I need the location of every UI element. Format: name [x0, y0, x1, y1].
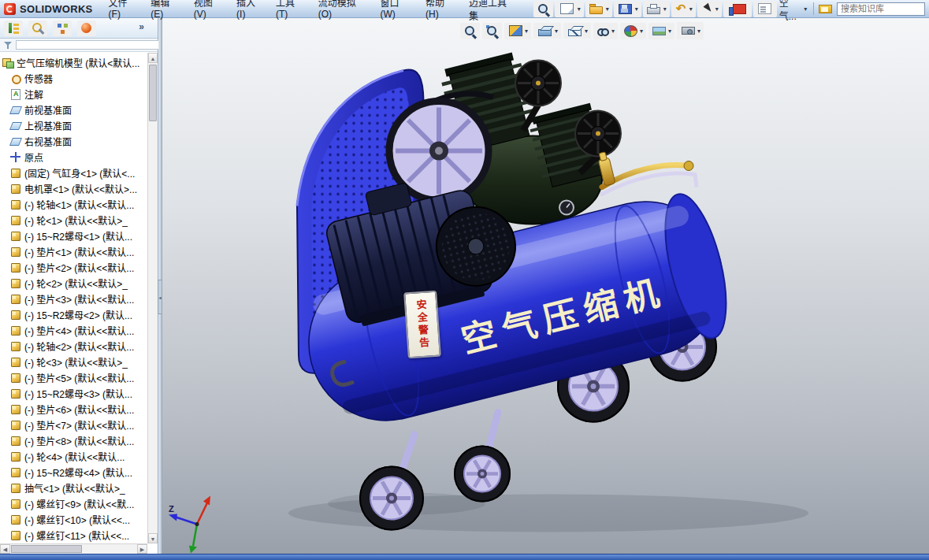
tree-item[interactable]: 传感器 — [2, 70, 147, 86]
tree-item[interactable]: 上视基准面 — [2, 117, 147, 133]
tree-filter-bar — [0, 39, 158, 52]
triad-z-label: Z — [169, 504, 174, 514]
origin-icon — [10, 152, 21, 162]
air-filter-icon — [515, 61, 561, 106]
menu-item[interactable]: 帮助(H) — [419, 0, 463, 24]
scroll-right-arrow[interactable] — [137, 544, 147, 554]
status-bar — [0, 554, 929, 560]
part-icon — [10, 325, 21, 336]
part-icon — [10, 247, 21, 257]
select-cursor-icon[interactable] — [697, 1, 722, 17]
tree-item[interactable]: (-) 垫片<7> (默认<<默认... — [2, 417, 147, 432]
tree-item[interactable]: 抽气<1> (默认<<默认>_ — [2, 480, 147, 495]
tree-item[interactable]: (-) 轮<4> (默认<<默认... — [2, 448, 147, 464]
tree-item[interactable]: (-) 螺丝钉<10> (默认<<... — [2, 511, 147, 527]
main-toolbar — [533, 1, 777, 17]
tree-item[interactable]: (-) 轮轴<2> (默认<<默认... — [2, 338, 147, 354]
tree-root-item[interactable]: 空气压缩机模型 (默认<默认... — [2, 54, 147, 70]
graphics-viewport[interactable]: 空气压缩机 — [162, 18, 929, 554]
section-view-icon[interactable] — [504, 23, 531, 39]
undo-icon[interactable] — [671, 1, 696, 17]
search-area: 空气... — [777, 0, 929, 24]
scroll-left-arrow[interactable] — [0, 544, 10, 554]
tree-item[interactable]: 注解 — [2, 86, 147, 102]
part-icon — [10, 373, 21, 383]
open-icon[interactable] — [585, 1, 612, 17]
feature-manager-tab[interactable] — [4, 20, 23, 36]
quick-search-icon[interactable] — [533, 1, 553, 17]
display-manager-tab[interactable] — [77, 20, 96, 36]
search-scope-dropdown[interactable]: 空气... — [777, 0, 809, 24]
menu-item[interactable]: 工具(T) — [269, 0, 312, 24]
panel-collapse-handle[interactable] — [158, 280, 162, 314]
menu-item[interactable]: 流动模拟(O) — [312, 0, 374, 24]
filter-input[interactable] — [16, 40, 160, 50]
part-icon — [10, 199, 21, 210]
new-document-icon[interactable] — [555, 1, 584, 17]
part-icon — [10, 231, 21, 241]
save-icon[interactable] — [614, 1, 641, 17]
view-orientation-icon[interactable] — [533, 23, 561, 39]
wheel[interactable] — [359, 466, 424, 531]
tree-horizontal-scrollbar[interactable] — [0, 543, 147, 554]
menu-item[interactable]: 编辑(E) — [144, 0, 187, 24]
configuration-manager-tab[interactable] — [53, 20, 72, 36]
scroll-down-arrow[interactable] — [148, 533, 158, 543]
handle-assembly[interactable] — [596, 151, 697, 195]
tree-item[interactable]: (-) 15~R2螺母<3> (默认... — [2, 385, 147, 401]
display-style-icon[interactable] — [563, 23, 591, 39]
toolbox-icon[interactable] — [723, 1, 752, 17]
tree-item[interactable]: (-) 轮轴<1> (默认<<默认... — [2, 196, 147, 212]
tree-item[interactable]: (-) 螺丝钉<11> (默认<<... — [2, 527, 147, 543]
tree-item[interactable]: 右视基准面 — [2, 133, 147, 149]
model-canvas[interactable]: 空气压缩机 — [162, 18, 929, 554]
menu-item[interactable]: 插入(I) — [230, 0, 269, 24]
knowledge-search-input[interactable] — [837, 2, 925, 16]
menu-item[interactable]: 迈迪工具集 — [463, 0, 521, 24]
tree-vertical-scrollbar[interactable] — [147, 53, 158, 543]
menu-bar: SOLIDWORKS 文件(F) 编辑(E) 视图(V) 插入(I) 工具(T)… — [0, 0, 929, 18]
air-filter-icon — [575, 111, 621, 157]
part-icon — [10, 357, 21, 367]
feature-tree-list: 传感器 注解 前视基准面 上视基准面 — [2, 70, 147, 543]
tree-item[interactable]: (-) 垫片<1> (默认<<默认... — [2, 243, 147, 259]
tree-item[interactable]: (-) 15~R2螺母<2> (默认... — [2, 306, 147, 322]
menu-item[interactable]: 视图(V) — [188, 0, 230, 24]
tree-item[interactable]: (-) 轮<3> (默认<<默认>_ — [2, 354, 147, 369]
feature-manager-panel: » 空气压缩机模型 (默认<默认... 传感器 注解 — [0, 18, 158, 554]
tree-item[interactable]: 原点 — [2, 149, 147, 165]
tree-item[interactable]: (-) 垫片<4> (默认<<默认... — [2, 322, 147, 338]
tree-item[interactable]: (-) 轮<2> (默认<<默认>_ — [2, 275, 147, 291]
zoom-area-icon[interactable] — [482, 23, 502, 39]
tree-item[interactable]: (-) 15~R2螺母<1> (默认... — [2, 228, 147, 243]
apply-scene-icon[interactable] — [648, 23, 674, 39]
menu-item[interactable]: 文件(F) — [102, 0, 145, 24]
tree-item[interactable]: (-) 轮<1> (默认<<默认>_ — [2, 212, 147, 228]
menu-item[interactable]: 窗口(W) — [373, 0, 419, 24]
assembly-icon — [2, 57, 13, 68]
tree-item[interactable]: (固定) 气缸身<1> (默认<... — [2, 165, 147, 180]
horizontal-scroll-thumb[interactable] — [11, 545, 82, 553]
tree-item[interactable]: (-) 垫片<8> (默认<<默认... — [2, 432, 147, 448]
note-icon[interactable] — [753, 1, 777, 17]
wheel[interactable] — [454, 446, 511, 503]
tree-item[interactable]: (-) 垫片<6> (默认<<默认... — [2, 401, 147, 417]
edit-appearance-icon[interactable] — [620, 23, 646, 39]
property-manager-tab[interactable] — [28, 20, 47, 36]
panel-splitter[interactable] — [158, 18, 162, 554]
zoom-fit-icon[interactable] — [460, 23, 480, 39]
scroll-up-arrow[interactable] — [148, 53, 158, 63]
hide-show-items-icon[interactable] — [593, 23, 618, 39]
print-icon[interactable] — [643, 1, 670, 17]
tree-item[interactable]: 前视基准面 — [2, 102, 147, 117]
tree-item[interactable]: (-) 垫片<3> (默认<<默认... — [2, 291, 147, 306]
vertical-scroll-thumb[interactable] — [149, 65, 157, 121]
tree-item[interactable]: (-) 垫片<2> (默认<<默认... — [2, 259, 147, 275]
tree-item[interactable]: (-) 垫片<5> (默认<<默认... — [2, 369, 147, 385]
part-icon — [10, 294, 21, 304]
view-settings-icon[interactable] — [677, 22, 704, 39]
solidworks-logo-icon — [4, 3, 16, 15]
tree-item[interactable]: (-) 15~R2螺母<4> (默认... — [2, 464, 147, 480]
tree-item[interactable]: (-) 螺丝钉<9> (默认<<默... — [2, 495, 147, 511]
tree-item[interactable]: 电机罩<1> (默认<<默认>... — [2, 180, 147, 196]
